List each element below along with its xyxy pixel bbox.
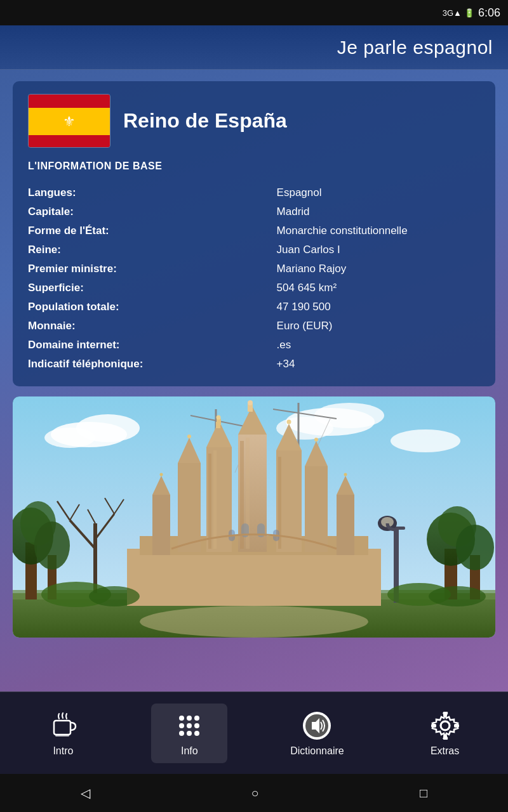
svg-point-82 [194, 716, 199, 721]
table-row: Population totale:47 190 500 [28, 298, 480, 317]
svg-point-47 [217, 416, 221, 420]
spain-flag: ⚜ [28, 94, 110, 148]
field-value: Madrid [277, 202, 480, 221]
status-bar: 3G▲ 🔋 6:06 [0, 0, 508, 25]
field-value: Espagnol [277, 183, 480, 202]
svg-point-80 [179, 716, 184, 721]
svg-point-64 [344, 473, 347, 476]
svg-point-87 [187, 731, 192, 736]
table-row: Premier ministre:Mariano Rajoy [28, 259, 480, 278]
country-header: ⚜ Reino de España [28, 94, 480, 148]
field-value: Euro (EUR) [277, 317, 480, 336]
flag-yellow: ⚜ [29, 108, 110, 135]
svg-rect-96 [431, 724, 436, 728]
photo-card [13, 396, 495, 638]
field-label: Capitale: [28, 202, 277, 221]
table-row: Langues:Espagnol [28, 183, 480, 202]
field-label: Population totale: [28, 298, 277, 317]
field-label: Reine: [28, 240, 277, 259]
app-title: Je parle espagnol [337, 37, 493, 58]
svg-point-81 [187, 716, 192, 721]
info-table: Langues:EspagnolCapitale:MadridForme de … [28, 183, 480, 374]
status-time: 6:06 [478, 6, 500, 20]
svg-point-77 [140, 606, 368, 638]
svg-point-88 [194, 731, 199, 736]
field-value: Mariano Rajoy [277, 259, 480, 278]
svg-rect-44 [208, 454, 211, 549]
nav-item-intro[interactable]: Intro [25, 704, 101, 763]
svg-point-76 [429, 586, 486, 606]
intro-label: Intro [53, 745, 73, 757]
nav-item-info[interactable]: Info [151, 704, 227, 763]
svg-point-84 [187, 723, 192, 728]
svg-rect-59 [152, 495, 170, 555]
svg-point-52 [287, 420, 291, 424]
svg-point-41 [248, 400, 253, 405]
signal-icon: 3G▲ [443, 8, 462, 18]
svg-point-3 [44, 428, 95, 448]
field-label: Langues: [28, 183, 277, 202]
intro-icon [47, 710, 79, 742]
table-row: Superficie:504 645 km² [28, 278, 480, 298]
extras-label: Extras [431, 745, 459, 757]
field-value: 504 645 km² [277, 278, 480, 298]
svg-rect-53 [178, 463, 201, 552]
sagrada-familia-image [13, 396, 495, 638]
svg-rect-79 [55, 735, 69, 737]
svg-rect-62 [337, 495, 354, 555]
nav-item-dictionnaire[interactable]: Dictionnaire [277, 704, 356, 763]
svg-point-25 [456, 525, 494, 570]
table-row: Indicatif téléphonique:+34 [28, 355, 480, 374]
field-label: Indicatif téléphonique: [28, 355, 277, 374]
field-value: +34 [277, 355, 480, 374]
svg-rect-97 [454, 724, 459, 728]
field-value: Monarchie constitutionnelle [277, 221, 480, 240]
svg-point-58 [314, 438, 318, 442]
field-value: 47 190 500 [277, 298, 480, 317]
svg-rect-34 [127, 549, 381, 606]
svg-point-7 [391, 429, 460, 452]
app-header: Je parle espagnol [0, 25, 508, 70]
field-label: Premier ministre: [28, 259, 277, 278]
table-row: Monnaie:Euro (EUR) [28, 317, 480, 336]
field-label: Superficie: [28, 278, 277, 298]
home-button[interactable]: ○ [244, 780, 265, 807]
field-label: Forme de l'État: [28, 221, 277, 240]
info-icon [173, 710, 205, 742]
section-title: L'INFORMATION DE BASE [28, 160, 480, 172]
svg-rect-45 [213, 450, 217, 549]
svg-rect-51 [216, 422, 220, 428]
dictionnaire-label: Dictionnaire [290, 745, 344, 757]
svg-point-55 [187, 435, 191, 438]
system-nav: ◁ ○ □ [0, 774, 508, 812]
svg-rect-56 [305, 466, 328, 552]
nav-item-extras[interactable]: Extras [407, 704, 483, 763]
svg-point-83 [179, 723, 184, 728]
field-value: .es [277, 336, 480, 355]
flag-red-top [29, 95, 110, 108]
svg-point-20 [34, 521, 70, 570]
extras-icon [429, 710, 461, 742]
field-label: Monnaie: [28, 317, 277, 336]
dictionnaire-icon [301, 710, 333, 742]
svg-point-85 [194, 723, 199, 728]
country-name: Reino de España [123, 109, 287, 133]
info-label: Info [181, 745, 198, 757]
battery-icon: 🔋 [464, 8, 474, 18]
field-label: Domaine internet: [28, 336, 277, 355]
back-button[interactable]: ◁ [74, 779, 97, 807]
recent-button[interactable]: □ [413, 780, 434, 807]
info-card: ⚜ Reino de España L'INFORMATION DE BASE … [13, 81, 495, 386]
table-row: Forme de l'État:Monarchie constitutionne… [28, 221, 480, 240]
status-icons: 3G▲ 🔋 [443, 8, 474, 18]
svg-point-86 [179, 731, 184, 736]
svg-point-61 [160, 473, 163, 476]
table-row: Reine:Juan Carlos I [28, 240, 480, 259]
svg-rect-78 [54, 721, 70, 735]
bottom-nav: Intro Info [0, 691, 508, 774]
svg-point-93 [441, 721, 450, 730]
main-content: ⚜ Reino de España L'INFORMATION DE BASE … [0, 70, 508, 691]
sagrada-svg [13, 396, 495, 638]
table-row: Domaine internet:.es [28, 336, 480, 355]
svg-point-74 [89, 586, 140, 606]
